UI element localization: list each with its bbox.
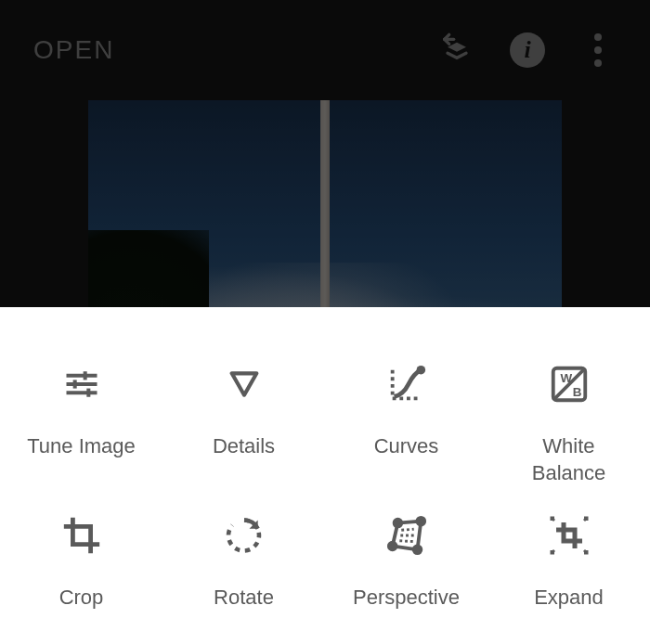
rotate-icon: [224, 512, 265, 559]
tool-label: Tune Image: [27, 433, 136, 460]
crop-icon: [60, 512, 103, 559]
tool-crop[interactable]: Crop: [0, 486, 162, 625]
tool-curves[interactable]: Curves: [325, 335, 488, 486]
tool-perspective[interactable]: Perspective: [325, 486, 488, 625]
details-icon: [226, 361, 263, 407]
svg-point-15: [413, 547, 421, 554]
svg-text:W: W: [560, 371, 572, 385]
tool-details[interactable]: Details: [162, 335, 325, 486]
svg-point-8: [416, 366, 425, 375]
info-icon[interactable]: i: [501, 24, 553, 76]
svg-point-13: [394, 520, 401, 527]
more-menu-icon[interactable]: [572, 24, 624, 76]
tool-white-balance[interactable]: W B White Balance: [488, 335, 650, 486]
expand-icon: [547, 512, 592, 559]
perspective-icon: [385, 512, 428, 559]
tune-icon: [61, 361, 102, 407]
tool-tune-image[interactable]: Tune Image: [0, 335, 162, 486]
top-toolbar: OPEN i: [0, 0, 650, 100]
tool-label: Perspective: [353, 585, 460, 612]
svg-text:B: B: [572, 385, 581, 399]
tools-panel: Tune Image Details Curves W B: [0, 307, 650, 644]
tool-rotate[interactable]: Rotate: [162, 486, 325, 625]
white-balance-icon: W B: [548, 361, 591, 407]
tool-label: Details: [213, 433, 275, 460]
tool-expand[interactable]: Expand: [488, 486, 650, 625]
open-button[interactable]: OPEN: [33, 35, 114, 65]
tool-label: Rotate: [214, 585, 274, 612]
tool-label: Crop: [59, 585, 104, 612]
svg-point-16: [388, 543, 396, 550]
undo-stack-icon[interactable]: [431, 24, 483, 76]
tool-label: Expand: [534, 585, 604, 612]
svg-point-14: [417, 518, 424, 525]
tool-label: White Balance: [532, 433, 606, 486]
curves-icon: [385, 361, 428, 407]
tool-label: Curves: [374, 433, 439, 460]
svg-line-17: [401, 529, 413, 530]
svg-line-19: [399, 541, 415, 542]
